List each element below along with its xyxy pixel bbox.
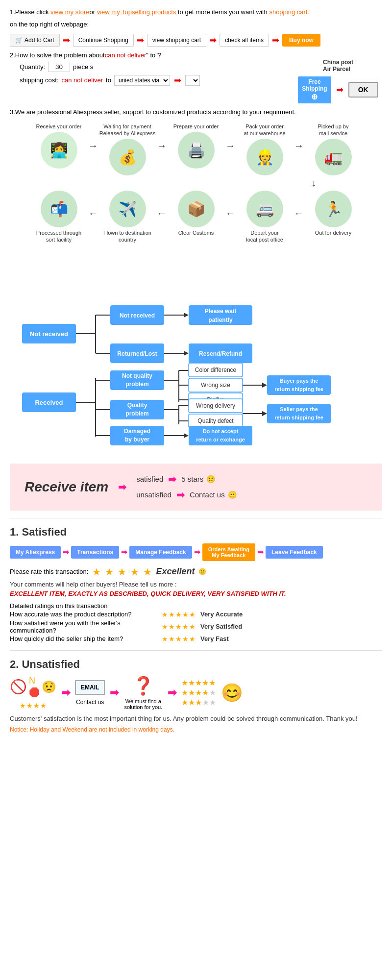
svg-text:problem: problem — [125, 410, 148, 417]
step-arrow1: ➡ — [63, 547, 69, 557]
quantity-input[interactable] — [48, 62, 70, 72]
down-arrow-row: ↓ — [10, 175, 392, 191]
step-transactions: Transactions — [71, 546, 119, 559]
receive-item-section: Receive item ➡ satisfied ➡ 5 stars 🙂 uns… — [10, 464, 382, 511]
satisfied-arrow: ➡ — [168, 473, 176, 485]
shipping-select[interactable]: unied states via — [114, 75, 170, 86]
svg-text:return or exchange: return or exchange — [196, 437, 245, 442]
excellent-review: EXCELLENT ITEM, EXACTLY AS DESCRIBED, QU… — [10, 590, 382, 597]
unsat-question-group: ❓ We must find a solution for you. — [123, 676, 163, 710]
satisfied-section: 1. Satisfied My Aliexpress ➡ Transaction… — [10, 526, 382, 643]
shopping-cart-text: shopping cart. — [269, 8, 309, 16]
step2-icon: 💰 — [109, 139, 146, 175]
svg-text:Buyer pays the: Buyer pays the — [280, 378, 318, 384]
step10-icon: 📬 — [41, 191, 77, 227]
cant-deliver-text: can not deliver — [105, 51, 147, 59]
unsat-flow: 🚫 N 🛑 😟 ★ ★ ★ ★ ➡ EMAIL — [10, 676, 382, 710]
unsat-no-group: 🚫 N 🛑 😟 ★ ★ ★ ★ — [10, 676, 56, 710]
ship-red-text: can not deliver — [62, 76, 103, 84]
ok-button[interactable]: OK — [348, 82, 378, 98]
rating-row-1: How accurate was the product description… — [10, 611, 382, 618]
buy-now-button[interactable]: Buy now — [282, 34, 320, 47]
rate-row: Please rate this transaction: ★ ★ ★ ★ ★ … — [10, 566, 382, 578]
quantity-row: Quantity: piece s — [20, 62, 284, 72]
step-manage-feedback: Manage Feedback — [129, 546, 192, 559]
unsatisfied-section: 2. Unsatisfied 🚫 N 🛑 😟 ★ ★ ★ ★ — [10, 658, 382, 733]
question-label: We must find a solution for you. — [123, 698, 163, 710]
svg-text:return shipping fee: return shipping fee — [274, 415, 323, 420]
unsat-stars-row: ★ ★ ★ ★ — [20, 702, 47, 710]
unsat-stars-group: ★★★★★ ★★★★★ ★★★★★ — [181, 678, 216, 707]
qty-unit: piece s — [73, 63, 93, 71]
email-label: EMAIL — [81, 684, 99, 691]
stop-icon: 🛑 — [29, 687, 40, 698]
rating-result-2: Very Satisfied — [200, 623, 242, 630]
view-topselling-link[interactable]: view my Topselling products — [97, 8, 176, 16]
process-step-4: Pack your orderat our warehouse 👷 — [235, 123, 294, 176]
star1: ★ — [92, 566, 101, 578]
svg-text:Wrong delivery: Wrong delivery — [196, 402, 235, 409]
step3-label: Prepare your order — [173, 123, 219, 130]
free-ship-arrow: ➡ — [336, 84, 343, 95]
detailed-title: Detailed ratings on this transaction — [10, 602, 382, 610]
china-post-info: China postAir Parcel — [323, 59, 353, 73]
svg-marker-39 — [262, 383, 267, 388]
step1-icon: 👩‍💻 — [41, 132, 77, 169]
flowchart-svg: Not received Not received Please wait pa… — [12, 260, 380, 446]
process-step-5: Picked up bymail service 🚛 — [304, 123, 363, 176]
receive-arrow: ➡ — [118, 481, 126, 493]
arrow-step2-3: → — [157, 140, 167, 151]
detailed-ratings: Detailed ratings on this transaction How… — [10, 602, 382, 643]
rating-row-2: How satisfied were you with the seller's… — [10, 619, 382, 634]
footer-text: Customers' satisfaction is the most impo… — [10, 715, 382, 722]
arrow-step9-10: ← — [88, 208, 98, 219]
step6-icon: 🏃 — [315, 191, 352, 227]
arrow-step6-7: ← — [294, 208, 304, 219]
sad-emoji: 😟 — [42, 680, 56, 694]
star5: ★ — [143, 566, 152, 578]
step9-icon: ✈️ — [109, 191, 146, 227]
process-step-9: ✈️ Flown to destinationcountry — [98, 191, 157, 245]
view-shopping-cart-button[interactable]: view shopping cart — [147, 34, 206, 47]
arrow-step1-2: → — [88, 140, 98, 151]
process-bottom-row: 🏃 Out for delivery ← 🚐 Depart yourlocal … — [10, 191, 382, 245]
divider2 — [10, 650, 382, 651]
unsat-arrow2: ➡ — [110, 686, 119, 699]
add-to-cart-button[interactable]: 🛒 Add to Cart — [10, 34, 60, 47]
free-shipping-badge: FreeShipping⊕ — [298, 76, 331, 103]
step-orders-awaiting: Orders AwaitingMy Feedback — [202, 543, 255, 561]
arrow1: ➡ — [63, 35, 70, 46]
section1-text: 1.Please click view my storeor view my T… — [10, 7, 382, 18]
star-row-4: ★★★★★ — [181, 688, 216, 697]
n-icon: N — [29, 676, 40, 686]
arrow3: ➡ — [209, 35, 217, 46]
five-stars-result: 5 stars 🙂 — [181, 475, 216, 484]
svg-text:Resend/Refund: Resend/Refund — [199, 350, 242, 357]
step8-icon: 📦 — [178, 191, 215, 227]
svg-text:Returned/Lost: Returned/Lost — [117, 350, 157, 357]
svg-marker-65 — [184, 433, 189, 438]
cart-icon: 🛒 — [15, 37, 23, 44]
happy-face-icon: 😊 — [221, 683, 243, 703]
step2-label: Waiting for paymentReleased by Aliexpres… — [99, 123, 155, 137]
rating-label-1: How accurate was the product description… — [10, 611, 157, 618]
continue-shopping-button[interactable]: Continue Shopping — [73, 34, 134, 47]
contact-us-result: Contact us 😐 — [190, 490, 237, 499]
check-all-items-button[interactable]: check all items — [220, 34, 269, 47]
shipping-method-select[interactable] — [185, 75, 200, 86]
step1-label: Receive your order — [36, 123, 82, 130]
notice-text: Notice: Holiday and Weekend are not incl… — [10, 726, 382, 733]
arrow4: ➡ — [272, 35, 279, 46]
arrow-step3-4: → — [225, 140, 235, 151]
process-step-7: 🚐 Depart yourlocal post office — [235, 191, 294, 245]
view-store-link[interactable]: view my store — [50, 8, 89, 16]
ship-arrow: ➡ — [174, 75, 181, 86]
svg-text:Color difference: Color difference — [195, 367, 237, 373]
unsat-arrow1: ➡ — [61, 686, 70, 699]
svg-text:Seller pays the: Seller pays the — [280, 406, 318, 412]
step-arrow3: ➡ — [194, 547, 200, 557]
section3-text: 3.We are professional Aliexpress seller,… — [10, 108, 382, 116]
step4-icon: 👷 — [246, 139, 283, 175]
svg-text:return shipping fee: return shipping fee — [274, 386, 323, 392]
unsatisfied-arrow: ➡ — [176, 489, 185, 501]
